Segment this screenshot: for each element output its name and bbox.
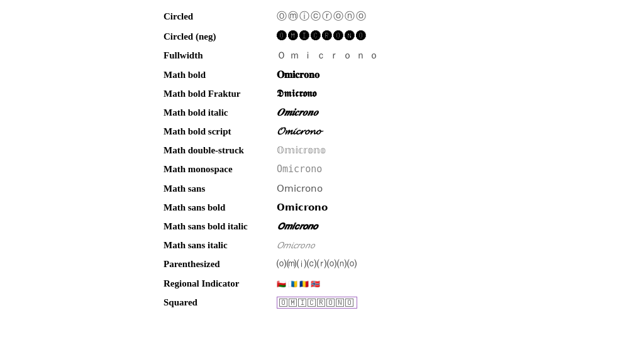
row-label: Math monospace xyxy=(0,164,277,175)
row-value: 𝓞𝓶𝓲𝓬𝓻𝓸𝓷𝓸 xyxy=(277,126,644,137)
table-row: Math bold italic𝑶𝒎𝒊𝒄𝒓𝒐𝒏𝒐 xyxy=(0,103,644,122)
table-row: Parenthesized⒪⒨⒤⒞⒭⒪⒩⒪ xyxy=(0,255,644,274)
row-value: 🅞🅜🅘🅒🅡🅞🅝🅞 xyxy=(277,31,644,42)
row-label: Math bold script xyxy=(0,126,277,137)
row-label: Math sans italic xyxy=(0,240,277,251)
row-label: Math bold xyxy=(0,70,277,80)
row-label: Math sans xyxy=(0,184,277,194)
row-value: 𝕯𝖒𝖎𝖈𝖗𝖔𝖓𝖔 xyxy=(277,88,644,99)
table-row: CircledⓄⓜⓘⓒⓡⓞⓝⓞ xyxy=(0,6,644,27)
row-value: 🄾🄼🄸🄲🅁🄾🄽🄾 xyxy=(277,297,644,309)
row-value: 𝐎𝐦𝐢𝐜𝐫𝐨𝐧𝐨 xyxy=(277,69,644,80)
row-label: Regional Indicator xyxy=(0,278,277,289)
row-value: 𝕆𝕞𝕚𝕔𝕣𝕠𝕟𝕠 xyxy=(277,145,644,156)
table-row: Math sans bold𝗢𝗺𝗶𝗰𝗿𝗼𝗻𝗼 xyxy=(0,198,644,217)
row-value: 𝙊𝙢𝙞𝙘𝙧𝙤𝙣𝙤 xyxy=(277,221,644,232)
row-label: Math double-struck xyxy=(0,145,277,156)
row-label: Fullwidth xyxy=(0,50,277,61)
row-label: Squared xyxy=(0,297,277,308)
table-row: Math bold script𝓞𝓶𝓲𝓬𝓻𝓸𝓷𝓸 xyxy=(0,122,644,141)
row-value: 𝘖𝘮𝘪𝘤𝘳𝘰𝘯𝘰 xyxy=(277,239,644,251)
table-row: Math monospace𝙾𝚖𝚒𝚌𝚛𝚘𝚗𝚘 xyxy=(0,160,644,179)
row-label: Circled (neg) xyxy=(0,31,277,42)
row-label: Math sans bold italic xyxy=(0,221,277,232)
row-label: Parenthesized xyxy=(0,259,277,270)
row-label: Circled xyxy=(0,11,277,22)
table-row: Math bold𝐎𝐦𝐢𝐜𝐫𝐨𝐧𝐨 xyxy=(0,65,644,84)
row-value: 𝑶𝒎𝒊𝒄𝒓𝒐𝒏𝒐 xyxy=(277,107,644,118)
table-row: Math sans𝖮𝗆𝗂𝖼𝗋𝗈𝗇𝗈 xyxy=(0,179,644,198)
table-row: Regional Indicator🇴🇲🇮🇨🇷🇴🇳🇴 xyxy=(0,274,644,293)
table-row: FullwidthＯｍｉｃｒｏｎｏ xyxy=(0,46,644,65)
table-row: Math sans italic𝘖𝘮𝘪𝘤𝘳𝘰𝘯𝘰 xyxy=(0,236,644,255)
table-row: Math double-struck𝕆𝕞𝕚𝕔𝕣𝕠𝕟𝕠 xyxy=(0,141,644,160)
table-row: Math sans bold italic𝙊𝙢𝙞𝙘𝙧𝙤𝙣𝙤 xyxy=(0,217,644,236)
table-row: Circled (neg)🅞🅜🅘🅒🅡🅞🅝🅞 xyxy=(0,27,644,46)
row-value: ⒪⒨⒤⒞⒭⒪⒩⒪ xyxy=(277,258,644,270)
row-value: 🇴🇲🇮🇨🇷🇴🇳🇴 xyxy=(277,278,644,289)
row-value: 𝗢𝗺𝗶𝗰𝗿𝗼𝗻𝗼 xyxy=(277,202,644,213)
row-value: Ⓞⓜⓘⓒⓡⓞⓝⓞ xyxy=(277,10,644,23)
row-value: 𝙾𝚖𝚒𝚌𝚛𝚘𝚗𝚘 xyxy=(277,163,644,175)
row-label: Math bold italic xyxy=(0,107,277,118)
row-value: 𝖮𝗆𝗂𝖼𝗋𝗈𝗇𝗈 xyxy=(277,183,644,194)
main-container: CircledⓄⓜⓘⓒⓡⓞⓝⓞCircled (neg)🅞🅜🅘🅒🅡🅞🅝🅞Full… xyxy=(0,0,644,362)
rows-wrapper: CircledⓄⓜⓘⓒⓡⓞⓝⓞCircled (neg)🅞🅜🅘🅒🅡🅞🅝🅞Full… xyxy=(0,6,644,312)
table-row: Squared🄾🄼🄸🄲🅁🄾🄽🄾 xyxy=(0,293,644,312)
row-value: Ｏｍｉｃｒｏｎｏ xyxy=(277,50,644,62)
row-label: Math sans bold xyxy=(0,202,277,213)
table-row: Math bold Fraktur𝕯𝖒𝖎𝖈𝖗𝖔𝖓𝖔 xyxy=(0,84,644,103)
row-label: Math bold Fraktur xyxy=(0,89,277,99)
